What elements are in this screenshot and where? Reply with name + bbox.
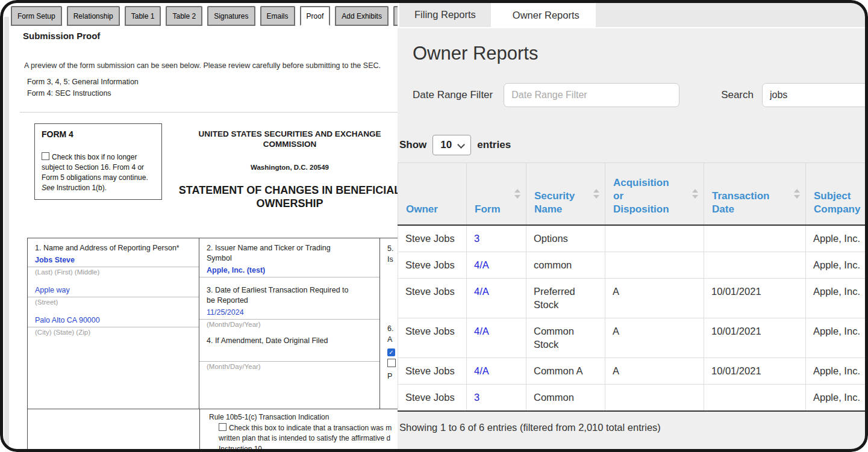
tab-filing-reports[interactable]: Filing Reports xyxy=(399,2,491,27)
document-links: Form 3, 4, 5: General Information Form 4… xyxy=(27,76,139,99)
form-link[interactable]: 3 xyxy=(474,233,479,244)
tab-owner-reports[interactable]: Owner Reports xyxy=(498,2,595,28)
cell-owner: Steve Jobs xyxy=(398,252,467,279)
rule10b5-check-text: Check this box to indicate that a transa… xyxy=(229,424,392,432)
rule10b5-text-3: Instruction 10. xyxy=(209,444,392,452)
cell-form: 3 xyxy=(467,225,526,252)
tab-relationship[interactable]: Relationship xyxy=(67,6,120,26)
col-header-form[interactable]: Form xyxy=(467,163,526,226)
instruction-ref: Instruction 1(b). xyxy=(57,184,107,192)
col-label: Acquisition or Disposition xyxy=(613,177,669,215)
see-word: See xyxy=(42,184,54,192)
reporting-person-cell: 1. Name and Address of Reporting Person*… xyxy=(28,238,199,409)
sort-icon[interactable] xyxy=(593,188,599,199)
table-row: Steve Jobs 3 Common Apple, Inc. xyxy=(398,385,868,412)
form-link[interactable]: 4/A xyxy=(474,326,489,336)
date-range-filter-input[interactable] xyxy=(504,83,679,107)
show-label: Show xyxy=(399,139,426,151)
issuer-label: 2. Issuer Name and Ticker or Trading Sym… xyxy=(207,243,357,264)
col-header-subject-company[interactable]: Subject Company xyxy=(806,163,868,226)
cell-subject-company: Apple, Inc. xyxy=(806,252,868,279)
page-size-value: 10 xyxy=(440,139,452,151)
form-link[interactable]: 4/A xyxy=(474,286,489,297)
joint-filing-checkbox[interactable] xyxy=(387,359,396,367)
col-label: Form xyxy=(475,203,501,215)
cell-security-name: Options xyxy=(526,225,605,252)
cell-security-name: Common xyxy=(526,385,605,412)
section16-exit-text: Check this box if no longer subject to S… xyxy=(42,153,148,182)
tab-signatures[interactable]: Signatures xyxy=(207,6,255,26)
cell-subject-company: Apple, Inc. xyxy=(806,358,868,385)
screenshot-stage: Form Setup Relationship Table 1 Table 2 … xyxy=(0,0,868,452)
cell-security-name: Common Stock xyxy=(526,318,605,358)
cell-acq-disp: A xyxy=(605,318,704,358)
section16-exit-checkbox[interactable] xyxy=(42,152,49,160)
issuer-name: Apple, Inc. (test) xyxy=(207,265,372,275)
tab-form-setup[interactable]: Form Setup xyxy=(11,6,62,26)
cell-transaction-date xyxy=(704,225,806,252)
col-header-security-name[interactable]: Security Name xyxy=(526,163,605,226)
name-hint: (Last) (First) (Middle) xyxy=(35,268,192,276)
doc-link-sec-instructions[interactable]: Form 4: SEC Instructions xyxy=(27,88,139,99)
cell-security-name: common xyxy=(526,252,605,279)
form-link[interactable]: 4/A xyxy=(474,365,489,376)
cell-transaction-date: 10/01/2021 xyxy=(704,279,806,318)
sort-icon[interactable] xyxy=(794,188,800,199)
page-size-select[interactable]: 10 xyxy=(432,135,471,155)
cell-acq-disp xyxy=(605,252,704,279)
col-label: Transaction Date xyxy=(712,190,769,215)
divider xyxy=(20,112,398,113)
individual-filing-checkbox-checked[interactable] xyxy=(387,348,395,356)
col-label: Security Name xyxy=(534,190,575,215)
col-header-owner[interactable]: Owner xyxy=(398,163,467,226)
cell-subject-company: Apple, Inc. xyxy=(806,225,868,252)
tab-emails[interactable]: Emails xyxy=(260,6,295,26)
window-edge-strip xyxy=(4,17,9,447)
cell-form: 4/A xyxy=(467,318,526,358)
cell-form: 4/A xyxy=(467,358,526,385)
field-underline xyxy=(199,319,379,320)
filter-row: Date Range Filter Search xyxy=(398,83,868,107)
sec-address: Washington, D.C. 20549 xyxy=(178,164,402,171)
form4-header-box: FORM 4 Check this box if no longer subje… xyxy=(34,123,162,200)
table-row: Steve Jobs 3 Options Apple, Inc. xyxy=(398,225,868,252)
cell-owner: Steve Jobs xyxy=(398,318,467,358)
sort-icon[interactable] xyxy=(514,188,520,199)
col-header-acquisition-or-disposition[interactable]: Acquisition or Disposition xyxy=(605,163,704,226)
search-label: Search xyxy=(721,89,754,101)
search-input[interactable] xyxy=(762,83,868,107)
filing-editor-tabbar: Form Setup Relationship Table 1 Table 2 … xyxy=(11,6,444,26)
form-statement-title: STATEMENT OF CHANGES IN BENEFICIAL OWNER… xyxy=(178,184,402,210)
city-hint: (City) (State) (Zip) xyxy=(35,329,192,336)
table-row: Steve Jobs 4/A Preferred Stock A 10/01/2… xyxy=(398,279,868,318)
sort-icon[interactable] xyxy=(692,188,698,199)
date-format-hint: (Month/Day/Year) xyxy=(207,321,372,328)
cell-form: 4/A xyxy=(467,252,526,279)
field-underline xyxy=(199,361,379,362)
cell-owner: Steve Jobs xyxy=(398,385,467,412)
cell-form: 4/A xyxy=(467,279,526,318)
tab-add-exhibits[interactable]: Add Exhibits xyxy=(335,6,389,26)
doc-link-general-information[interactable]: Form 3, 4, 5: General Information xyxy=(27,76,139,88)
tab-proof[interactable]: Proof xyxy=(300,6,331,26)
rule10b5-checkbox[interactable] xyxy=(219,423,226,431)
table-row: Steve Jobs 4/A Common A A 10/01/2021 App… xyxy=(398,358,868,385)
tab-table-2[interactable]: Table 2 xyxy=(166,6,202,26)
form-link[interactable]: 4/A xyxy=(474,259,489,270)
date-range-filter-label: Date Range Filter xyxy=(413,89,493,101)
rule10b5-text-2: written plan that is intended to satisfy… xyxy=(209,433,392,444)
col-label: Subject Company xyxy=(814,190,860,215)
header-row: Owner Form Security Name Acquisition or … xyxy=(398,163,868,226)
col-header-transaction-date[interactable]: Transaction Date xyxy=(704,163,806,226)
cell-transaction-date xyxy=(704,252,806,279)
cell-subject-company: Apple, Inc. xyxy=(806,385,868,412)
table-row: Steve Jobs 4/A Common Stock A 10/01/2021… xyxy=(398,318,868,358)
tab-table-1[interactable]: Table 1 xyxy=(125,6,161,26)
owner-reports-table-wrap: Owner Form Security Name Acquisition or … xyxy=(398,163,868,412)
show-entries-row: Show 10 entries xyxy=(398,135,868,155)
form-link[interactable]: 3 xyxy=(474,392,479,403)
cell-security-name: Preferred Stock xyxy=(526,279,605,318)
section16-exit-check-label: Check this box if no longer subject to S… xyxy=(42,152,155,193)
cell-acq-disp: A xyxy=(605,279,704,318)
cell-subject-company: Apple, Inc. xyxy=(806,318,868,358)
